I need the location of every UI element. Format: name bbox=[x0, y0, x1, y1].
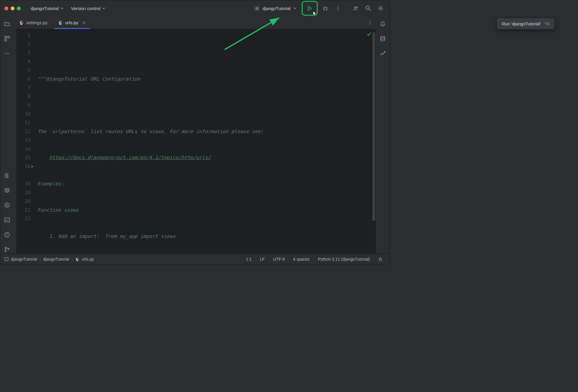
debug-button[interactable] bbox=[321, 4, 330, 13]
svg-point-3 bbox=[337, 9, 338, 10]
python-file-icon bbox=[19, 20, 24, 25]
svg-point-24 bbox=[381, 37, 385, 38]
line-number: 13 bbox=[16, 136, 30, 145]
run-config-dropdown[interactable]: dj djangoTutorial bbox=[252, 4, 299, 13]
svg-point-6 bbox=[380, 7, 381, 9]
breadcrumb[interactable]: djangoTutorial › djangoTutorial › urls.p… bbox=[4, 257, 94, 262]
line-number: 10 bbox=[16, 110, 30, 118]
line-number: 19 bbox=[16, 188, 30, 197]
ellipsis-icon bbox=[4, 52, 10, 55]
structure-toolwindow-button[interactable] bbox=[3, 35, 11, 43]
breadcrumb-segment: djangoTutorial bbox=[43, 257, 69, 262]
tabs-more-button[interactable] bbox=[364, 16, 376, 29]
left-toolbar bbox=[0, 16, 14, 254]
svg-rect-10 bbox=[5, 39, 7, 41]
code-with-me-button[interactable] bbox=[351, 4, 361, 13]
svg-rect-8 bbox=[5, 36, 7, 38]
minimize-window-button[interactable] bbox=[11, 6, 14, 10]
line-number: 18 bbox=[16, 179, 30, 188]
tab-settings-py[interactable]: settings.py bbox=[14, 16, 53, 29]
indent-setting[interactable]: 4 spaces bbox=[290, 257, 313, 262]
run-config-label: djangoTutorial bbox=[262, 6, 290, 11]
chevron-down-icon bbox=[61, 7, 64, 10]
stack-icon bbox=[4, 187, 10, 193]
settings-button[interactable] bbox=[376, 4, 385, 13]
svg-point-23 bbox=[370, 24, 371, 24]
database-button[interactable] bbox=[379, 35, 387, 43]
django-icon: dj bbox=[254, 6, 259, 11]
statusbar: djangoTutorial › djangoTutorial › urls.p… bbox=[0, 254, 389, 264]
readonly-toggle[interactable] bbox=[375, 257, 385, 261]
code-editor[interactable]: 1 2 3 4 5 6 7 8 9 10 11 12 13 14 15 16 1… bbox=[14, 29, 376, 254]
more-run-actions[interactable] bbox=[333, 4, 342, 13]
vcs-dropdown[interactable]: Version control bbox=[69, 4, 108, 13]
line-separator[interactable]: LF bbox=[257, 257, 268, 262]
code-line: 1. Add an import: from my_app import vie… bbox=[38, 232, 376, 241]
line-number: 15 bbox=[16, 153, 30, 162]
cursor-position[interactable]: 1:1 bbox=[243, 257, 254, 262]
gutter[interactable]: 1 2 3 4 5 6 7 8 9 10 11 12 13 14 15 16 1… bbox=[16, 29, 35, 254]
line-number: 11 bbox=[16, 118, 30, 127]
svg-point-1 bbox=[337, 6, 338, 7]
vcs-toolwindow-button[interactable] bbox=[3, 245, 11, 254]
code-line: The `urlpatterns` list routes URLs to vi… bbox=[38, 127, 376, 136]
scrollbar-thumb[interactable] bbox=[372, 32, 375, 221]
line-number: 22 bbox=[16, 214, 30, 223]
cursor-icon bbox=[313, 11, 318, 16]
close-window-button[interactable] bbox=[4, 6, 8, 10]
project-name-label: djangoTutorial bbox=[31, 6, 59, 11]
svg-point-5 bbox=[366, 6, 369, 9]
problems-button[interactable] bbox=[3, 231, 11, 239]
svg-point-22 bbox=[370, 22, 371, 23]
project-dropdown[interactable]: djangoTutorial bbox=[28, 4, 66, 13]
run-button-highlight bbox=[302, 1, 318, 16]
svg-rect-14 bbox=[5, 218, 9, 222]
folder-icon bbox=[4, 21, 10, 27]
database-icon bbox=[380, 36, 386, 42]
line-number: 16 bbox=[16, 162, 30, 171]
line-number: 1 bbox=[16, 31, 30, 40]
line-number: 9 bbox=[16, 101, 30, 110]
file-encoding[interactable]: UTF-8 bbox=[270, 257, 288, 262]
endpoints-button[interactable] bbox=[379, 49, 387, 58]
line-number: 2 bbox=[16, 40, 30, 49]
project-toolwindow-button[interactable] bbox=[3, 20, 11, 28]
tab-urls-py[interactable]: urls.py ✕ bbox=[53, 16, 91, 29]
search-button[interactable] bbox=[363, 4, 373, 13]
fold-chevron-icon[interactable] bbox=[30, 165, 34, 168]
svg-point-20 bbox=[60, 21, 60, 22]
tab-label: settings.py bbox=[26, 20, 48, 25]
tab-label: urls.py bbox=[65, 20, 78, 25]
notifications-button[interactable] bbox=[379, 20, 387, 28]
kebab-icon bbox=[368, 21, 372, 25]
close-tab-button[interactable]: ✕ bbox=[82, 20, 86, 25]
hexagon-play-icon bbox=[4, 202, 10, 208]
svg-point-21 bbox=[370, 21, 371, 22]
code-line: Examples: bbox=[38, 179, 376, 188]
chevron-down-icon bbox=[102, 7, 105, 10]
gear-icon bbox=[378, 5, 384, 11]
services-button[interactable] bbox=[3, 201, 11, 209]
structure-icon bbox=[4, 36, 10, 42]
line-number: 20 bbox=[16, 197, 30, 206]
svg-point-19 bbox=[21, 21, 21, 22]
more-toolwindows-button[interactable] bbox=[3, 49, 11, 58]
chevron-down-icon bbox=[293, 7, 296, 10]
code-area[interactable]: """djangoTutorial URL Configuration The … bbox=[35, 29, 376, 254]
kebab-icon bbox=[335, 6, 340, 11]
line-number: 21 bbox=[16, 206, 30, 215]
chart-line-icon bbox=[380, 50, 386, 56]
python-console-button[interactable] bbox=[3, 172, 11, 180]
svg-point-16 bbox=[5, 247, 6, 249]
line-number: 5 bbox=[16, 66, 30, 75]
python-packages-button[interactable] bbox=[3, 186, 11, 195]
branch-icon bbox=[4, 246, 10, 252]
inspection-ok-icon[interactable] bbox=[366, 32, 372, 37]
terminal-button[interactable] bbox=[3, 216, 11, 224]
titlebar: djangoTutorial Version control dj django… bbox=[0, 0, 389, 16]
svg-point-0 bbox=[324, 7, 327, 10]
terminal-icon bbox=[4, 217, 10, 223]
interpreter[interactable]: Python 3.11 (djangoTutorial) bbox=[315, 257, 373, 262]
code-line: Function views bbox=[38, 206, 376, 215]
maximize-window-button[interactable] bbox=[17, 6, 21, 10]
